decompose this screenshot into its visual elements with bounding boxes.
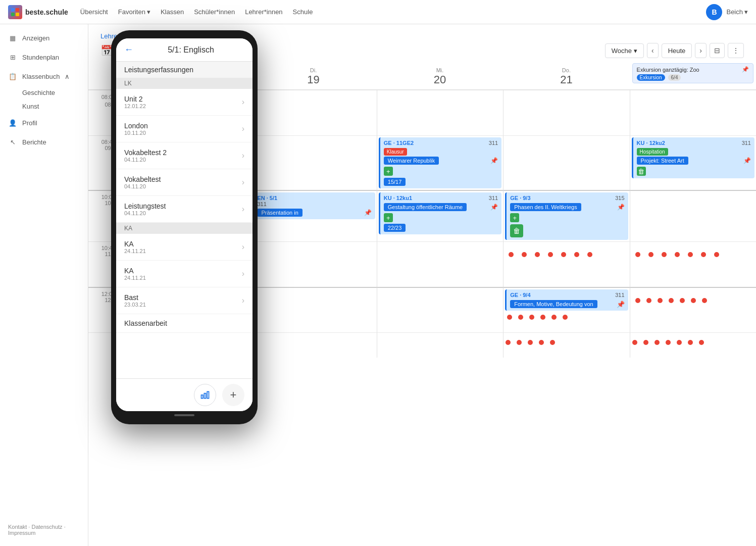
- count-mi1: 15/17: [384, 178, 406, 186]
- pin-do2[interactable]: 📌: [617, 204, 625, 211]
- prev-btn[interactable]: ‹: [647, 43, 659, 58]
- excursion-text: Exkursion ganztägig: Zoo: [637, 67, 699, 73]
- cal-cell-mi-1: [377, 90, 503, 135]
- phone-sub-lk: LK: [116, 78, 253, 89]
- day-header-mi: Mi. 20: [377, 67, 503, 86]
- chevron-right-icon: ›: [242, 97, 244, 107]
- phone-list-item-unit2[interactable]: Unit 2 12.01.22 ›: [116, 89, 253, 116]
- sidebar-item-stundenplan[interactable]: ⊞ Stundenplan: [0, 47, 84, 67]
- dot: [535, 252, 540, 257]
- sidebar-item-geschichte[interactable]: Geschichte: [0, 86, 88, 100]
- phone-back-btn[interactable]: ←: [124, 44, 133, 55]
- sidebar: ▦ Anzeigen ⊞ Stundenplan 📋 Klassenbuch ∧…: [0, 24, 88, 546]
- day-header-di: Di. 19: [250, 67, 376, 86]
- sidebar-item-profil[interactable]: 👤 Profil: [0, 113, 84, 132]
- week-view-btn[interactable]: Woche ▾: [605, 43, 644, 58]
- add-fab-btn[interactable]: +: [222, 384, 244, 406]
- nav-right: B Beich ▾: [706, 4, 748, 20]
- user-avatar[interactable]: B: [706, 4, 722, 20]
- cal-dot-fr: [630, 332, 756, 358]
- dot: [574, 252, 579, 257]
- app-logo[interactable]: beste.schule: [8, 5, 68, 19]
- cal-cell-mi-3: KU · 12ku1 311 Gestaltung öffentlicher R…: [377, 190, 503, 241]
- pin-di3[interactable]: 📌: [364, 209, 372, 216]
- user-menu-btn[interactable]: Beich ▾: [726, 8, 748, 16]
- dot: [563, 315, 568, 320]
- sidebar-item-kunst[interactable]: Kunst: [0, 100, 88, 113]
- cal-cell-do-2: [503, 135, 629, 190]
- nav-favoriten[interactable]: Favoriten ▾: [118, 6, 150, 18]
- excursion-banner: Exkursion ganztägig: Zoo 📌 Exkursion 6/4: [632, 63, 753, 83]
- dot: [635, 298, 640, 303]
- trash-do2[interactable]: 🗑: [510, 224, 523, 237]
- next-btn[interactable]: ›: [695, 43, 707, 58]
- cal-card-mi-1[interactable]: GE · 11GE2 311 Klausur Weimarer Republik…: [379, 137, 501, 188]
- cal-card-di-3[interactable]: EN · 5/1 311 Präsentation in 📌: [252, 192, 375, 219]
- cal-dot-do: [503, 332, 629, 358]
- phone-list-item-london[interactable]: London 10.11.20 ›: [116, 116, 253, 142]
- nav-klassen[interactable]: Klassen: [161, 6, 184, 18]
- nav-lehrer[interactable]: Lehrer*innen: [245, 6, 282, 18]
- cal-cell-fr-1: [630, 90, 756, 135]
- sidebar-item-klassenbuch[interactable]: 📋 Klassenbuch ∧: [0, 67, 84, 86]
- more-btn[interactable]: ⋮: [728, 43, 744, 58]
- phone-list-item-leistungstest[interactable]: Leistungstest 04.11.20 ›: [116, 196, 253, 223]
- dot: [635, 252, 640, 257]
- nav-ubersicht[interactable]: Übersicht: [80, 6, 108, 18]
- pin-do3[interactable]: 📌: [617, 301, 625, 308]
- dot: [522, 252, 527, 257]
- add-mi2[interactable]: +: [384, 213, 393, 222]
- dot: [507, 315, 512, 320]
- cal-cell-mi-4: [377, 241, 503, 287]
- nav-schueler[interactable]: Schüler*innen: [194, 6, 235, 18]
- phone-body[interactable]: Leistungserfassungen LK Unit 2 12.01.22 …: [116, 62, 253, 378]
- day-header-fr: Fr. 22 Exkursion ganztägig: Zoo 📌 Exkurs…: [630, 67, 756, 86]
- today-btn[interactable]: Heute: [662, 43, 692, 58]
- count-mi2: 22/23: [384, 224, 406, 232]
- topic-fr1: Projekt: Street Art: [637, 157, 688, 165]
- day-header-do: Do. 21: [503, 67, 629, 86]
- cal-card-mi-2[interactable]: KU · 12ku1 311 Gestaltung öffentlicher R…: [379, 192, 501, 234]
- phone-list-item-vokabeltest2[interactable]: Vokabeltest 2 04.11.20 ›: [116, 142, 253, 169]
- cal-card-do-3[interactable]: GE · 9/4 311 Formen, Motive, Bedeutung v…: [505, 289, 628, 311]
- klausur-badge: Klausur: [384, 148, 407, 156]
- cal-card-do-2[interactable]: GE · 9/3 315 Phasen des II. Weltkriegs 📌…: [505, 192, 628, 240]
- phone-list-item-ka2[interactable]: KA 24.11.21 ›: [116, 261, 253, 287]
- dot: [714, 252, 719, 257]
- dot: [680, 298, 685, 303]
- chevron-right-icon: ›: [242, 124, 244, 133]
- dot: [540, 315, 545, 320]
- grid-view-btn[interactable]: ⊟: [710, 43, 725, 58]
- logo-icon: [8, 5, 22, 19]
- sidebar-item-berichte[interactable]: ↖ Berichte: [0, 132, 84, 152]
- cal-card-fr-1[interactable]: KU · 12ku2 311 Hospitation Projekt: Stre…: [632, 137, 754, 178]
- chart-fab-btn[interactable]: [194, 384, 216, 406]
- cal-cell-do-1: [503, 90, 629, 135]
- chevron-right-icon: ›: [242, 151, 244, 160]
- sidebar-item-anzeigen[interactable]: ▦ Anzeigen: [0, 28, 84, 47]
- nav-schule[interactable]: Schule: [293, 6, 313, 18]
- sidebar-footer: Kontakt · Datenschutz · Impressum: [0, 518, 88, 542]
- phone-title: 5/1: Englisch: [137, 45, 244, 55]
- cal-cell-do-5: GE · 9/4 311 Formen, Motive, Bedeutung v…: [503, 287, 629, 332]
- svg-rect-2: [11, 13, 15, 16]
- pin-fr1[interactable]: 📌: [743, 157, 751, 164]
- dot: [551, 315, 557, 320]
- trash-fr1[interactable]: 🗑: [637, 167, 646, 176]
- phone-list-item-bast[interactable]: Bast 23.03.21 ›: [116, 287, 253, 314]
- dot: [529, 315, 534, 320]
- chevron-right-icon: ›: [242, 242, 244, 252]
- chevron-right-icon: ›: [242, 205, 244, 214]
- add-do2[interactable]: +: [510, 213, 519, 222]
- phone-list-item-vokabeltest[interactable]: Vokabeltest 04.11.20 ›: [116, 169, 253, 196]
- pin-mi1[interactable]: 📌: [490, 157, 498, 164]
- dot: [691, 298, 696, 303]
- excursion-count: 6/4: [668, 74, 681, 81]
- dot: [702, 298, 707, 303]
- add-mi1[interactable]: +: [384, 167, 393, 176]
- table-icon: ⊞: [8, 53, 17, 62]
- chevron-right-icon: ›: [242, 178, 244, 187]
- phone-list-item-ka1[interactable]: KA 24.11.21 ›: [116, 234, 253, 261]
- cal-cell-do-4: [503, 241, 629, 287]
- pin-mi2[interactable]: 📌: [490, 204, 498, 211]
